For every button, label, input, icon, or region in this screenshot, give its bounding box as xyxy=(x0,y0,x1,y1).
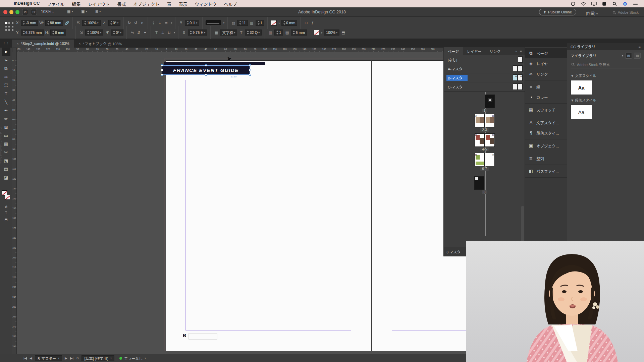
x-position-field[interactable]: -3 mm xyxy=(21,20,38,26)
menu-3[interactable]: レイアウト xyxy=(84,1,113,7)
page-item-1[interactable]: 1 xyxy=(444,95,525,112)
y-position-field[interactable]: 6.375 mm xyxy=(21,29,44,36)
direct-selection-tool-icon[interactable]: ➢ xyxy=(2,56,10,64)
workspace-switcher[interactable]: [作業] ▾ xyxy=(586,10,598,16)
panel-tab-ページ[interactable]: ページ xyxy=(444,47,463,55)
fill-caret[interactable]: ▸ xyxy=(279,21,280,24)
menu-5[interactable]: オブジェクト xyxy=(129,1,163,7)
next-page-button[interactable]: ▶ xyxy=(65,356,67,360)
master-row-C-マスター[interactable]: C-マスター xyxy=(444,82,525,92)
document-tab-0[interactable]: ×*Step2_sample.indd @ 103% xyxy=(12,40,74,48)
constrain-proportions-icon[interactable]: 🔗 xyxy=(64,21,69,25)
panel-collapse-icon[interactable]: ⋮⋮ xyxy=(0,42,12,48)
cc-style-card[interactable]: Aa xyxy=(571,80,592,95)
panel-tab-レイヤー[interactable]: レイヤー xyxy=(463,47,486,55)
menu-9[interactable]: ヘルプ xyxy=(220,1,240,7)
clear-transform-icon[interactable]: ✦ xyxy=(143,31,148,35)
swap-fill-stroke-icon[interactable]: ⇄ xyxy=(0,205,12,208)
page-thumb[interactable]: A xyxy=(485,153,495,166)
corner-radius-field[interactable]: 0 mm xyxy=(281,20,298,26)
opacity-field[interactable]: 100%▾ xyxy=(324,29,339,36)
fit-options-caret[interactable]: ▾ xyxy=(171,21,172,24)
scale-x-field[interactable]: 100%▾ xyxy=(82,20,100,26)
grid-view-button[interactable]: ⊞ xyxy=(625,53,632,59)
stroke-style-caret[interactable]: ▾ xyxy=(223,21,224,24)
stock-search-field[interactable]: Adobe Stock xyxy=(612,10,639,14)
previous-page-button[interactable]: ◀ xyxy=(30,356,32,360)
cc-style-card[interactable]: Aa xyxy=(571,105,592,119)
airplay-icon[interactable] xyxy=(591,2,597,6)
dock-item-文字スタイ...[interactable]: A文字スタイ... xyxy=(525,117,567,128)
preview-icon[interactable]: ⬒ xyxy=(341,31,346,35)
reload-icon[interactable]: ↻ xyxy=(76,356,79,360)
page-thumb[interactable] xyxy=(485,95,495,108)
free-transform-tool-icon[interactable]: ⬔ xyxy=(2,157,10,165)
column-count-field[interactable]: 1 xyxy=(256,20,264,26)
collapse-panel-icon[interactable]: » xyxy=(515,49,517,53)
align-caret[interactable]: ▾ xyxy=(174,31,175,34)
auto-fit-icon[interactable]: ≐ xyxy=(164,21,169,25)
align-center-icon[interactable]: ⊥ xyxy=(160,31,165,35)
last-page-button[interactable]: ▶| xyxy=(70,356,73,360)
drop-shadow-icon[interactable]: ⊡ xyxy=(304,21,309,25)
select-container-icon[interactable]: P xyxy=(140,21,145,25)
master-thumb[interactable] xyxy=(513,65,518,72)
screen-mode-button[interactable]: ⬒ xyxy=(0,218,12,222)
cc-libraries-tab[interactable]: CC ライブラリ ≡ xyxy=(567,43,644,50)
fit-frame-icon[interactable]: ⫰ xyxy=(157,21,162,25)
effects-icon[interactable]: ƒ xyxy=(310,21,315,25)
master-thumb[interactable] xyxy=(518,56,523,63)
cc-section-label[interactable]: ▼ 文字スタイル xyxy=(567,70,644,79)
dock-item-ページ[interactable]: ⧉ページ xyxy=(525,48,567,58)
font-size-field[interactable]: 32 Q▾ xyxy=(245,29,262,36)
width-field[interactable]: 88 mm xyxy=(45,20,63,26)
gradient-tool-icon[interactable]: ▤ xyxy=(2,165,10,173)
flip-vertical-icon[interactable]: ⇵ xyxy=(136,31,141,35)
title-text-frame[interactable]: FRANCE EVENT GUIDE xyxy=(162,65,250,75)
master-thumb[interactable] xyxy=(518,83,523,90)
rotate-cw-icon[interactable]: ↻ xyxy=(127,21,132,25)
selection-tool-icon[interactable]: ➤ xyxy=(2,48,10,56)
page-thumb[interactable]: B xyxy=(475,153,485,166)
preflight-profile-dropdown[interactable]: [基本] (作業用)▾ xyxy=(82,355,114,361)
fill-stroke-proxy[interactable] xyxy=(2,190,10,202)
master-row-A-マスター[interactable]: A-マスター xyxy=(444,64,525,73)
page-select-dropdown[interactable]: B-マスター▾ xyxy=(35,355,62,361)
content-collector-tool-icon[interactable]: ⛶ xyxy=(2,81,10,89)
panel-menu-icon[interactable]: ≡ xyxy=(520,49,522,53)
scale-y-field[interactable]: 100%▾ xyxy=(85,29,103,36)
dock-item-レイヤー[interactable]: ◈レイヤー xyxy=(525,58,567,69)
note-tool-icon[interactable]: ◪ xyxy=(2,173,10,182)
selection-handle[interactable] xyxy=(249,69,251,71)
ruler-origin-box[interactable] xyxy=(12,48,17,52)
first-baseline-field[interactable]: 9.75 H▾ xyxy=(188,29,207,36)
master-thumb[interactable] xyxy=(518,65,523,72)
vertical-ruler[interactable]: 0102030405060708090100110120130140150160… xyxy=(12,52,17,354)
selection-handle[interactable] xyxy=(205,74,207,76)
dock-item-線[interactable]: ≡線 xyxy=(525,81,567,92)
baseline-offset-field[interactable]: 0 H▾ xyxy=(185,20,199,26)
wifi-icon[interactable] xyxy=(581,2,586,6)
master-row-[なし][interactable]: [なし] xyxy=(444,55,525,64)
page-tool-icon[interactable]: ⧉ xyxy=(2,64,10,73)
page-thumb[interactable]: B xyxy=(485,133,495,147)
master-thumb[interactable]: A xyxy=(513,74,518,81)
pages-scrollbar[interactable] xyxy=(521,206,524,246)
page-thumb[interactable]: A xyxy=(475,114,485,127)
master-thumb[interactable] xyxy=(513,83,518,90)
battery-icon[interactable] xyxy=(601,2,607,6)
siri-icon[interactable] xyxy=(622,2,628,6)
panel-tab-リンク[interactable]: リンク xyxy=(485,47,504,55)
scissors-tool-icon[interactable]: ✂ xyxy=(2,148,10,157)
shear-field[interactable]: 0°▾ xyxy=(111,29,123,36)
master-row-B-マスター[interactable]: B-マスターAA xyxy=(444,73,525,82)
notification-center-icon[interactable] xyxy=(633,2,638,6)
grid-tool-icon[interactable]: ▦ xyxy=(2,140,10,148)
frame-tool-icon[interactable]: ⊠ xyxy=(2,123,10,131)
page-thumb[interactable]: B xyxy=(475,133,485,147)
menu-8[interactable]: ウィンドウ xyxy=(191,1,220,7)
selection-handle[interactable] xyxy=(161,74,163,76)
line-count-field[interactable]: 11 xyxy=(237,20,248,26)
page-number-frame[interactable] xyxy=(189,333,217,340)
line-tool-icon[interactable]: ╲ xyxy=(2,98,10,106)
